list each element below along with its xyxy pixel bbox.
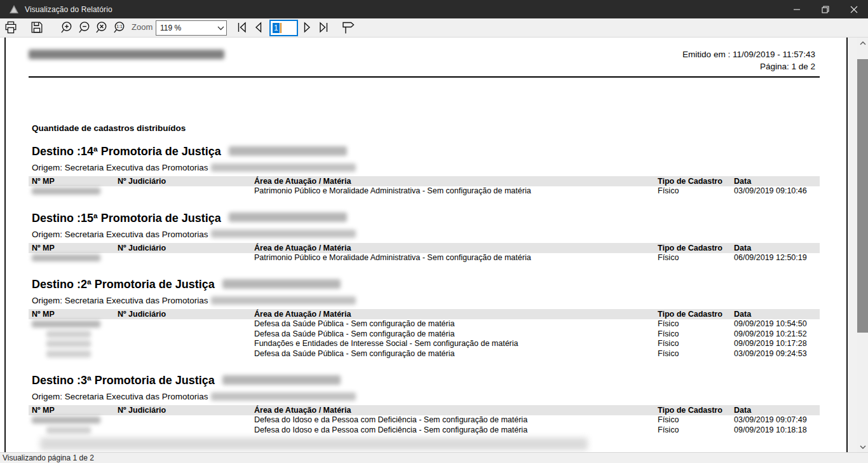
section-rows: Patrimonio Público e Moralidade Administ… [0,253,846,263]
report-section: Destino :14ª Promotoria de Justiça Orige… [0,144,846,197]
cell-tipo: Físico [658,329,679,340]
first-page-button[interactable] [234,19,250,36]
zoom-label: Zoom [132,18,153,36]
close-button[interactable] [839,0,868,18]
header-tipo: Tipo de Cadastro [658,177,722,186]
save-icon [30,20,44,34]
header-area: Área de Atuação / Matéria [254,310,351,319]
vertical-scrollbar[interactable] [857,38,868,452]
save-button[interactable] [29,19,45,36]
cell-tipo: Físico [658,186,679,197]
table-row: Fundações e Entidades de Interesse Socia… [0,339,846,349]
minimize-button[interactable] [782,0,811,18]
header-data: Data [734,244,751,253]
table-row: Defesa do Idoso e da Pessoa com Deficiên… [0,425,846,436]
redacted-mp-number [46,331,91,338]
close-icon [850,6,858,13]
report-viewport: Emitido em : 11/09/2019 - 11:57:43 Págin… [0,38,857,452]
report-section: Destino :2ª Promotoria de Justiça Origem… [0,277,846,359]
header-area: Área de Atuação / Matéria [254,244,351,253]
report-sections: Destino :14ª Promotoria de Justiça Orige… [0,144,846,450]
chevron-down-icon [860,445,866,449]
signpost-icon [341,20,356,35]
cell-area: Defesa da Saúde Pública - Sem configuraç… [254,329,454,340]
header-judiciario: Nº Judiciário [118,177,166,186]
redacted-mp-number [46,340,91,347]
header-area: Área de Atuação / Matéria [254,406,351,415]
scroll-down-button[interactable] [857,441,868,452]
header-area: Área de Atuação / Matéria [254,177,351,186]
window-title: Visualização do Relatório [25,5,112,14]
print-icon [4,20,18,34]
toolbar: 1:1 Zoom 119 % 1 [0,18,868,38]
table-row: Defesa da Saúde Pública - Sem configuraç… [0,349,846,359]
zoom-select[interactable]: 119 % [156,20,227,36]
next-page-button[interactable] [299,19,315,36]
cell-tipo: Físico [658,319,679,329]
cell-tipo: Físico [658,415,679,425]
destino-heading: Destino :14ª Promotoria de Justiça [0,144,846,158]
redacted-mp-number [32,417,100,424]
zoom-out-button[interactable] [76,19,93,36]
report-section: Destino :15ª Promotoria de Justiça Orige… [0,211,846,263]
section-rows: Defesa do Idoso e da Pessoa com Deficiên… [0,415,846,435]
zoom-actual-size-button[interactable]: 1:1 [111,19,128,36]
header-rule [29,76,820,78]
redacted-destino-detail [222,279,341,289]
cell-data: 03/09/2019 09:24:53 [734,349,807,359]
signpost-button[interactable] [340,19,356,36]
header-tipo: Tipo de Cadastro [658,244,722,253]
page-number-input[interactable]: 1 [269,20,298,36]
redacted-destino-detail [229,212,347,222]
header-mp: Nº MP [32,310,55,319]
header-data: Data [734,177,751,186]
table-header-row: Nº MP Nº Judiciário Área de Atuação / Ma… [29,405,820,415]
section-rows: Patrimonio Público e Moralidade Administ… [0,186,846,197]
table-row: Defesa da Saúde Pública - Sem configuraç… [0,329,846,340]
report-list-title: Quantidade de cadastros distribuídos [32,123,186,133]
text-caret [280,23,281,33]
cell-area: Patrimonio Público e Moralidade Administ… [254,186,531,197]
redacted-partial-section [40,438,588,450]
status-text: Visualizando página 1 de 2 [3,453,94,462]
header-tipo: Tipo de Cadastro [658,406,722,415]
restore-button[interactable] [811,0,839,18]
previous-page-button[interactable] [250,19,267,36]
redacted-organization-name [29,50,224,59]
header-mp: Nº MP [32,244,55,253]
redacted-origem-detail [211,230,356,238]
zoom-cancel-button[interactable] [93,19,110,36]
svg-text:1:1: 1:1 [116,24,123,29]
scroll-up-button[interactable] [857,38,868,48]
header-tipo: Tipo de Cadastro [658,310,722,319]
redacted-mp-number [32,321,100,328]
header-mp: Nº MP [32,177,55,186]
restore-icon [822,6,829,13]
previous-page-icon [252,21,265,34]
print-button[interactable] [3,19,19,36]
cell-data: 03/09/2019 09:10:46 [734,186,807,197]
zoom-actual-size-icon: 1:1 [112,20,127,35]
zoom-cancel-icon [95,20,109,35]
zoom-in-button[interactable] [58,19,75,36]
section-rows: Defesa da Saúde Pública - Sem configuraç… [0,319,846,359]
last-page-button[interactable] [315,19,332,36]
header-mp: Nº MP [32,406,55,415]
minimize-icon [793,6,801,13]
cell-area: Defesa da Saúde Pública - Sem configuraç… [254,349,454,359]
origem-line: Origem: Secretaria Executiva das Promoto… [0,229,846,240]
report-page: Emitido em : 11/09/2019 - 11:57:43 Págin… [0,38,848,452]
redacted-destino-detail [222,375,341,385]
header-judiciario: Nº Judiciário [118,310,166,319]
cell-tipo: Físico [658,425,679,436]
destino-heading: Destino :2ª Promotoria de Justiça [0,277,846,291]
header-judiciario: Nº Judiciário [118,406,166,415]
origem-line: Origem: Secretaria Executiva das Promoto… [0,162,846,173]
redacted-origem-detail [211,392,356,401]
page-indicator: Página: 1 de 2 [682,61,815,73]
origem-line: Origem: Secretaria Executiva das Promoto… [0,295,846,306]
last-page-icon [317,21,330,34]
origem-line: Origem: Secretaria Executiva das Promoto… [0,391,846,402]
first-page-icon [236,21,248,34]
scrollbar-thumb[interactable] [857,59,868,333]
